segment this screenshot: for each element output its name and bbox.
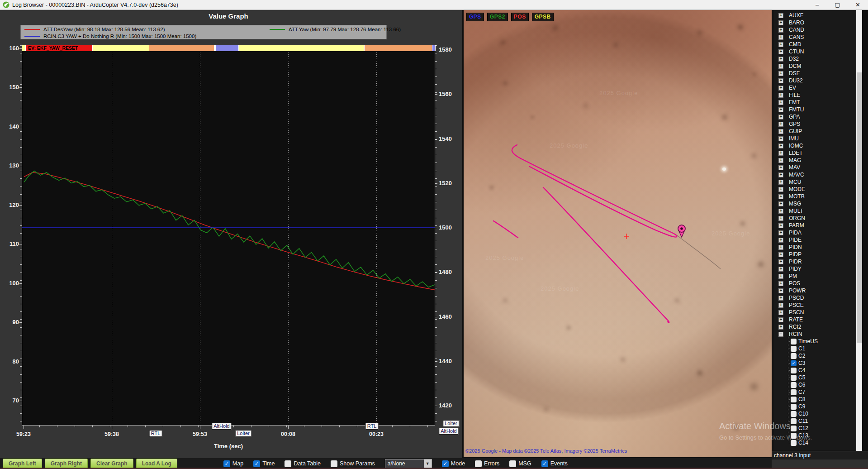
expand-icon[interactable]: +	[778, 187, 783, 192]
tree-child-c11[interactable]: C11	[773, 417, 862, 425]
checkbox-c9[interactable]	[791, 404, 797, 410]
checkbox-c4[interactable]	[791, 368, 797, 373]
tree-item-pidp[interactable]: +PIDP	[773, 251, 862, 258]
tree-item-powr[interactable]: +POWR	[773, 287, 862, 294]
expand-icon[interactable]: +	[778, 86, 783, 91]
tree-item-pidr[interactable]: +PIDR	[773, 258, 862, 265]
tree-item-auxf[interactable]: +AUXF	[773, 12, 862, 19]
tree-child-c13[interactable]: C13	[773, 432, 862, 439]
tree-item-motb[interactable]: +MOTB	[773, 193, 862, 200]
unchecked-box-icon[interactable]	[331, 460, 337, 467]
tree-item-pscd[interactable]: +PSCD	[773, 294, 862, 302]
tree-child-c14[interactable]: C14	[773, 439, 862, 446]
tree-child-c3[interactable]: ✓C3	[773, 359, 862, 367]
expand-icon[interactable]: +	[778, 158, 783, 163]
checkbox-msg[interactable]: MSG	[509, 460, 531, 467]
expand-icon[interactable]: +	[778, 20, 783, 25]
tree-item-pidn[interactable]: +PIDN	[773, 244, 862, 251]
checkbox-c10[interactable]	[791, 411, 797, 417]
checkbox-mode[interactable]: ✓Mode	[442, 460, 465, 467]
tree-item-ev[interactable]: +EV	[773, 84, 862, 91]
tree-item-orgn[interactable]: +ORGN	[773, 215, 862, 222]
expand-icon[interactable]: +	[778, 42, 783, 47]
expand-icon[interactable]: +	[778, 252, 783, 257]
tree-child-c1[interactable]: C1	[773, 345, 862, 352]
expand-icon[interactable]: +	[778, 100, 783, 105]
load-a-log-button[interactable]: Load A Log	[136, 459, 177, 469]
tree-item-file[interactable]: +FILE	[773, 91, 862, 99]
expand-icon[interactable]: +	[778, 310, 783, 315]
collapse-icon[interactable]: −	[778, 332, 783, 337]
expand-icon[interactable]: +	[778, 288, 783, 293]
tree-item-rcin[interactable]: −RCIN	[773, 330, 862, 338]
expand-icon[interactable]: +	[778, 78, 783, 83]
maximize-button[interactable]: ▢	[827, 0, 848, 10]
expand-icon[interactable]: +	[778, 259, 783, 264]
tree-item-cmd[interactable]: +CMD	[773, 41, 862, 48]
checked-box-icon[interactable]: ✓	[541, 460, 548, 467]
expand-icon[interactable]: +	[778, 35, 783, 40]
expand-icon[interactable]: +	[778, 317, 783, 322]
satellite-map[interactable]: 2025 Google2025 Google2025 Google2025 Go…	[464, 10, 772, 457]
graph-left-button[interactable]: Graph Left	[3, 459, 42, 469]
map-pin-icon[interactable]	[678, 225, 685, 237]
tree-child-c5[interactable]: C5	[773, 374, 862, 381]
tree-item-gpa[interactable]: +GPA	[773, 113, 862, 120]
tree-child-timeus[interactable]: TimeUS	[773, 338, 862, 345]
tree-item-guip[interactable]: +GUIP	[773, 128, 862, 135]
expand-icon[interactable]: +	[778, 172, 783, 177]
checkbox-data-table[interactable]: Data Table	[285, 460, 321, 467]
checkbox-time[interactable]: ✓Time	[253, 460, 275, 467]
expand-icon[interactable]: +	[778, 144, 783, 148]
tree-item-imu[interactable]: +IMU	[773, 135, 862, 142]
tree-item-fmt[interactable]: +FMT	[773, 99, 862, 106]
expand-icon[interactable]: +	[778, 245, 783, 250]
tree-item-cand[interactable]: +CAND	[773, 26, 862, 34]
tree-item-rate[interactable]: +RATE	[773, 316, 862, 323]
tree-child-c6[interactable]: C6	[773, 381, 862, 388]
tree-item-ldet[interactable]: +LDET	[773, 149, 862, 157]
tree-item-pida[interactable]: +PIDA	[773, 229, 862, 236]
tree-item-msg[interactable]: +MSG	[773, 200, 862, 207]
tree-child-c7[interactable]: C7	[773, 388, 862, 396]
expand-icon[interactable]: +	[778, 151, 783, 156]
expand-icon[interactable]: +	[778, 57, 783, 62]
tree-item-cans[interactable]: +CANS	[773, 34, 862, 41]
expand-icon[interactable]: +	[778, 49, 783, 54]
expand-icon[interactable]: +	[778, 281, 783, 286]
tree-item-mag[interactable]: +MAG	[773, 157, 862, 164]
tree-item-rci2[interactable]: +RCI2	[773, 323, 862, 330]
tree-item-mav[interactable]: +MAV	[773, 164, 862, 171]
tree-item-ctun[interactable]: +CTUN	[773, 48, 862, 55]
tree-item-psce[interactable]: +PSCE	[773, 302, 862, 309]
checkbox-c13[interactable]	[791, 433, 797, 439]
clear-graph-button[interactable]: Clear Graph	[90, 459, 133, 469]
expand-icon[interactable]: +	[778, 216, 783, 221]
expand-icon[interactable]: +	[778, 230, 783, 235]
expand-icon[interactable]: +	[778, 296, 783, 301]
expand-icon[interactable]: +	[778, 180, 783, 185]
tree-child-c4[interactable]: C4	[773, 367, 862, 374]
expand-icon[interactable]: +	[778, 28, 783, 33]
value-graph-panel[interactable]: Value Graph ATT.DesYaw (Min: 98.18 Max: …	[0, 10, 462, 458]
expand-icon[interactable]: +	[778, 122, 783, 127]
checkbox-c6[interactable]	[791, 382, 797, 388]
tree-item-pide[interactable]: +PIDE	[773, 236, 862, 244]
tree-item-mult[interactable]: +MULT	[773, 207, 862, 215]
expand-icon[interactable]: +	[778, 325, 783, 330]
tree-child-c9[interactable]: C9	[773, 403, 862, 410]
tree-item-mcu[interactable]: +MCU	[773, 178, 862, 186]
tree-item-pscn[interactable]: +PSCN	[773, 309, 862, 316]
checkbox-timeus[interactable]	[791, 339, 797, 345]
expand-icon[interactable]: +	[778, 129, 783, 134]
close-button[interactable]: ✕	[848, 0, 868, 10]
expand-icon[interactable]: +	[778, 201, 783, 206]
tree-item-parm[interactable]: +PARM	[773, 222, 862, 229]
tree-item-d32[interactable]: +D32	[773, 55, 862, 62]
checkbox-errors[interactable]: Errors	[475, 460, 499, 467]
checkbox-show-params[interactable]: Show Params	[331, 460, 375, 467]
checkbox-c12[interactable]	[791, 426, 797, 431]
chevron-down-icon[interactable]: ▼	[424, 459, 432, 468]
tree-item-mode[interactable]: +MODE	[773, 186, 862, 193]
checkbox-c2[interactable]	[791, 353, 797, 359]
